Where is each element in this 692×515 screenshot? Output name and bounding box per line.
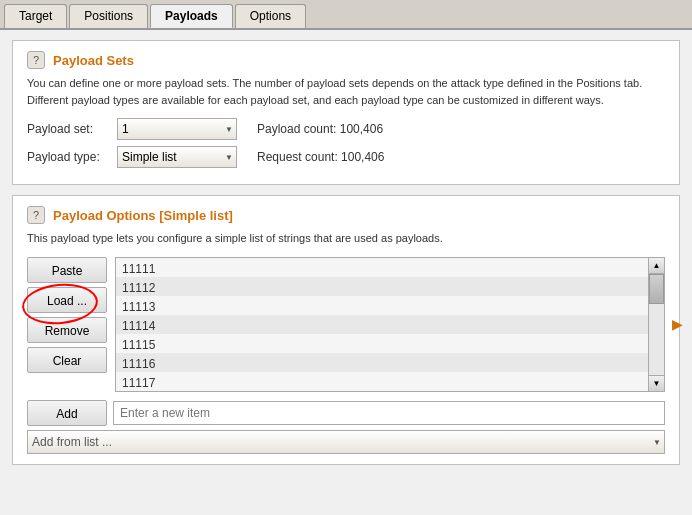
payload-type-label: Payload type: (27, 150, 117, 164)
action-button-group: Paste Load ... Remove Clear (27, 257, 107, 392)
side-arrow-icon: ▶ (672, 316, 683, 332)
add-item-row: Add (27, 400, 665, 426)
payload-list: 11111111121111311114111151111611117 (115, 257, 649, 392)
add-item-input[interactable] (113, 401, 665, 425)
add-from-list-wrapper: Add from list ... (27, 430, 665, 454)
list-item[interactable]: 11114 (116, 315, 648, 334)
tab-target[interactable]: Target (4, 4, 67, 28)
payload-sets-section: ? Payload Sets You can define one or mor… (12, 40, 680, 185)
help-icon-payload-sets[interactable]: ? (27, 51, 45, 69)
list-item[interactable]: 11112 (116, 277, 648, 296)
payload-type-select[interactable]: Simple list (117, 146, 237, 168)
load-button[interactable]: Load ... (27, 287, 107, 313)
scroll-down-button[interactable]: ▼ (649, 375, 664, 391)
clear-button[interactable]: Clear (27, 347, 107, 373)
scroll-thumb[interactable] (649, 274, 664, 304)
section-header-payload-options: ? Payload Options [Simple list] (27, 206, 665, 224)
list-item[interactable]: 11111 (116, 258, 648, 277)
payload-count-stat: Payload count: 100,406 (257, 122, 383, 136)
section-header-payload-sets: ? Payload Sets (27, 51, 665, 69)
scrollbar[interactable]: ▲ ▼ (649, 257, 665, 392)
payload-options-section: ? Payload Options [Simple list] This pay… (12, 195, 680, 465)
add-section: Add Add from list ... (27, 400, 665, 454)
paste-button[interactable]: Paste (27, 257, 107, 283)
payload-set-select-wrapper: 1 (117, 118, 237, 140)
list-item[interactable]: 11116 (116, 353, 648, 372)
payload-set-label: Payload set: (27, 122, 117, 136)
payload-sets-title: Payload Sets (53, 53, 134, 68)
payload-type-select-wrapper: Simple list (117, 146, 237, 168)
list-item[interactable]: 11115 (116, 334, 648, 353)
tab-positions[interactable]: Positions (69, 4, 148, 28)
payload-options-title: Payload Options [Simple list] (53, 208, 233, 223)
payload-list-container: 11111111121111311114111151111611117 ▲ ▼ … (115, 257, 665, 392)
scroll-up-button[interactable]: ▲ (649, 258, 664, 274)
main-content: ? Payload Sets You can define one or mor… (0, 30, 692, 513)
tab-options[interactable]: Options (235, 4, 306, 28)
tab-bar: Target Positions Payloads Options (0, 0, 692, 30)
payload-options-desc: This payload type lets you configure a s… (27, 230, 665, 247)
tab-payloads[interactable]: Payloads (150, 4, 233, 28)
help-icon-payload-options[interactable]: ? (27, 206, 45, 224)
payload-set-row: Payload set: 1 Payload count: 100,406 (27, 118, 665, 140)
payload-options-body: Paste Load ... Remove Clear 111111111211… (27, 257, 665, 392)
list-item[interactable]: 11113 (116, 296, 648, 315)
payload-set-select[interactable]: 1 (117, 118, 237, 140)
scroll-track (649, 274, 664, 375)
list-item[interactable]: 11117 (116, 372, 648, 391)
request-count-stat: Request count: 100,406 (257, 150, 384, 164)
remove-button[interactable]: Remove (27, 317, 107, 343)
add-from-list-dropdown[interactable]: Add from list ... (27, 430, 665, 454)
payload-sets-desc: You can define one or more payload sets.… (27, 75, 665, 108)
payload-type-row: Payload type: Simple list Request count:… (27, 146, 665, 168)
add-button[interactable]: Add (27, 400, 107, 426)
